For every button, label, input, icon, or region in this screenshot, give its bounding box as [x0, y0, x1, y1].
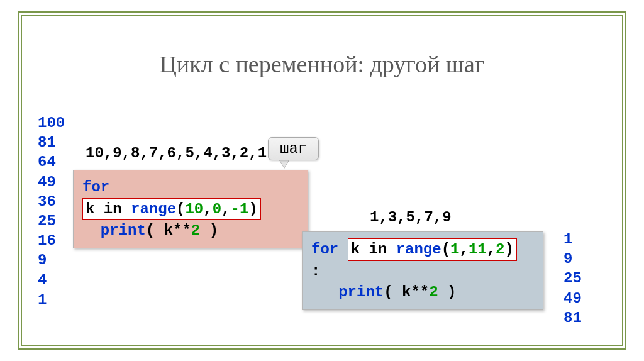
callout-tail	[279, 159, 289, 168]
keyword-for: for	[82, 179, 109, 196]
sequence-left: 10,9,8,7,6,5,4,3,2,1	[86, 145, 267, 162]
output-line: 81	[38, 133, 65, 152]
code-block-right: for k in range(1,11,2) : print( k**2 )	[302, 231, 543, 310]
sequence-right: 1,3,5,7,9	[370, 209, 452, 226]
output-line: 16	[38, 231, 65, 250]
var-k: k	[86, 201, 94, 218]
output-line: 1	[38, 290, 65, 309]
keyword-in: in	[369, 241, 387, 258]
output-line: 25	[38, 211, 65, 231]
output-line: 49	[564, 289, 582, 308]
num: 2	[191, 222, 200, 239]
paren-close: )	[248, 201, 257, 218]
paren-close: )	[505, 241, 514, 258]
code-line: print( k**2 )	[311, 282, 531, 303]
output-right: 1 9 25 49 81	[564, 230, 582, 328]
comma: ,	[221, 201, 230, 218]
step-label: шаг	[268, 137, 319, 160]
fn-print: print	[338, 284, 384, 301]
paren-open: (	[384, 284, 392, 301]
num: 2	[496, 241, 504, 258]
num: 11	[469, 241, 487, 258]
paren-open: (	[146, 222, 155, 239]
output-line: 81	[564, 308, 582, 328]
output-line: 9	[38, 250, 65, 270]
slide: Цикл с переменной: другой шаг 100 81 64 …	[0, 0, 644, 361]
op: **	[411, 284, 429, 301]
num: 1	[450, 241, 459, 258]
code-line: for k in range(1,11,2) :	[311, 238, 531, 282]
code-line: print( k**2 )	[82, 220, 296, 242]
op: **	[173, 222, 191, 239]
range-highlight: k in range(1,11,2)	[348, 238, 517, 261]
var-k: k	[402, 284, 411, 301]
page-title: Цикл с переменной: другой шаг	[0, 50, 644, 78]
code-block-left: for k in range(10,0,-1) print( k**2 )	[73, 170, 308, 248]
output-line: 9	[564, 249, 582, 269]
output-line: 25	[564, 269, 582, 288]
output-line: 49	[38, 172, 65, 192]
paren-close: )	[209, 222, 218, 239]
output-line: 36	[38, 192, 65, 211]
output-line: 100	[38, 113, 65, 133]
comma: ,	[487, 241, 496, 258]
num: -1	[230, 201, 248, 218]
paren-close: )	[447, 284, 456, 301]
paren-open: (	[441, 241, 450, 258]
fn-range: range	[396, 241, 441, 258]
keyword-in: in	[104, 201, 122, 218]
num: 10	[185, 201, 203, 218]
range-highlight: k in range(10,0,-1)	[82, 198, 261, 221]
var-k: k	[351, 241, 360, 258]
num: 0	[213, 201, 221, 218]
output-line: 4	[38, 270, 65, 290]
comma: ,	[459, 241, 468, 258]
code-line: for k in range(10,0,-1)	[82, 177, 296, 220]
output-left: 100 81 64 49 36 25 16 9 4 1	[38, 113, 65, 309]
keyword-for: for	[311, 241, 338, 258]
comma: ,	[203, 201, 212, 218]
var-k: k	[164, 222, 173, 239]
num: 2	[429, 284, 438, 301]
colon: :	[311, 263, 320, 280]
output-line: 64	[38, 152, 65, 172]
fn-range: range	[131, 201, 176, 218]
paren-open: (	[176, 201, 185, 218]
fn-print: print	[101, 222, 146, 239]
output-line: 1	[564, 230, 582, 249]
